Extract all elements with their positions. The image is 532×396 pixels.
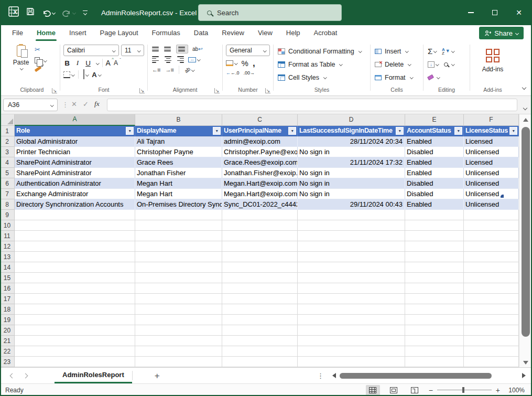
column-header-A[interactable]: A xyxy=(15,114,135,126)
cell[interactable] xyxy=(405,220,464,231)
decrease-indent-icon[interactable]: ←≡ xyxy=(152,67,160,73)
normal-view-button[interactable] xyxy=(366,385,380,395)
cell[interactable] xyxy=(298,304,405,315)
increase-decimal-button[interactable]: ←←.0 xyxy=(226,70,240,76)
cell[interactable]: No sign in xyxy=(298,168,405,178)
cell[interactable] xyxy=(222,357,298,367)
format-as-table-button[interactable]: Format as Table xyxy=(278,58,370,71)
undo-button[interactable] xyxy=(42,9,55,17)
cell[interactable] xyxy=(222,231,298,241)
column-header-D[interactable]: D xyxy=(298,114,405,126)
cell[interactable] xyxy=(464,325,519,336)
fill-color-button[interactable] xyxy=(82,70,89,79)
merge-center-button[interactable]: ↔ xyxy=(188,57,200,62)
tab-file[interactable]: File xyxy=(5,25,30,41)
bold-button[interactable]: B xyxy=(63,59,71,67)
zoom-in-button[interactable]: + xyxy=(496,386,500,394)
autosum-button[interactable]: Σ xyxy=(428,47,437,55)
cell[interactable]: Printer Technician xyxy=(15,147,135,157)
customize-quick-access-icon[interactable] xyxy=(83,10,88,15)
save-icon[interactable] xyxy=(26,7,35,18)
cell[interactable]: Enabled xyxy=(405,157,464,168)
cell[interactable]: Disabled xyxy=(405,178,464,189)
column-header-E[interactable]: E xyxy=(405,114,464,126)
zoom-level[interactable]: 100% xyxy=(507,387,525,394)
find-select-button[interactable] xyxy=(444,62,454,67)
cell[interactable] xyxy=(405,294,464,304)
copy-button[interactable] xyxy=(35,57,47,63)
cell[interactable] xyxy=(15,252,135,262)
select-all-corner[interactable] xyxy=(0,114,15,126)
cell[interactable] xyxy=(135,252,222,262)
row-header-5[interactable]: 5 xyxy=(0,168,15,178)
cell[interactable] xyxy=(464,210,519,220)
cell[interactable]: Grace Rees xyxy=(135,157,222,168)
cell[interactable] xyxy=(15,273,135,283)
number-dialog-launcher-icon[interactable]: ↘ xyxy=(265,88,270,93)
clear-button[interactable] xyxy=(428,76,440,79)
cancel-icon[interactable]: ✕ xyxy=(71,100,77,108)
underline-dropdown-icon[interactable] xyxy=(96,61,99,65)
cell[interactable]: Global Administrator xyxy=(15,136,135,147)
cell[interactable]: SharePoint Administrator xyxy=(15,168,135,178)
cell[interactable] xyxy=(15,325,135,336)
cell[interactable] xyxy=(298,262,405,273)
cell[interactable] xyxy=(464,231,519,241)
tab-acrobat[interactable]: Acrobat xyxy=(307,25,344,41)
cell[interactable] xyxy=(222,336,298,346)
cell[interactable]: 29/11/2024 00:43 xyxy=(298,199,405,210)
cell[interactable] xyxy=(135,325,222,336)
cell[interactable] xyxy=(135,283,222,294)
column-header-B[interactable]: B xyxy=(135,114,222,126)
cell[interactable] xyxy=(405,304,464,315)
cell[interactable] xyxy=(135,220,222,231)
cell[interactable]: Directory Synchronization Accounts xyxy=(15,199,135,210)
zoom-slider[interactable] xyxy=(437,390,492,390)
row-header-16[interactable]: 16 xyxy=(0,283,15,294)
grow-font-button[interactable]: A^ xyxy=(106,59,111,67)
cell[interactable]: Megan Hart xyxy=(135,189,222,199)
horizontal-scrollbar-thumb[interactable] xyxy=(340,373,492,379)
cell[interactable] xyxy=(464,220,519,231)
cell[interactable] xyxy=(298,241,405,252)
cell[interactable]: Megan.Hart@exoip.com xyxy=(222,189,298,199)
cell[interactable]: Licensed xyxy=(464,157,519,168)
cell[interactable] xyxy=(222,304,298,315)
increase-indent-icon[interactable]: →≡ xyxy=(165,67,173,73)
cell[interactable] xyxy=(298,336,405,346)
row-header-20[interactable]: 20 xyxy=(0,325,15,336)
column-header-F[interactable]: F xyxy=(464,114,519,126)
scroll-down-icon[interactable] xyxy=(523,361,528,365)
underline-button[interactable]: U xyxy=(84,59,92,67)
cell[interactable] xyxy=(464,346,519,357)
zoom-out-button[interactable]: − xyxy=(429,386,433,394)
cell[interactable] xyxy=(15,357,135,367)
accounting-format-button[interactable] xyxy=(226,60,237,66)
sort-filter-button[interactable]: AZ▼ xyxy=(442,48,454,55)
sheet-more-icon[interactable]: ⋮ xyxy=(317,372,324,380)
cell[interactable] xyxy=(135,231,222,241)
cell[interactable]: Enabled xyxy=(405,168,464,178)
borders-button[interactable] xyxy=(63,71,74,78)
cell[interactable] xyxy=(15,304,135,315)
search-box[interactable]: Search xyxy=(198,4,342,21)
excel-app-icon[interactable]: X xyxy=(8,6,19,19)
fill-button[interactable]: ↓ xyxy=(428,61,439,68)
row-header-13[interactable]: 13 xyxy=(0,252,15,262)
cell[interactable]: Unlicensed xyxy=(464,189,519,199)
cell[interactable] xyxy=(405,336,464,346)
cell[interactable] xyxy=(135,304,222,315)
cell[interactable] xyxy=(222,283,298,294)
cell[interactable]: 21/11/2024 17:32 xyxy=(298,157,405,168)
cell[interactable]: Authentication Administrator xyxy=(15,178,135,189)
filter-button[interactable]: ▾ xyxy=(454,127,462,135)
cell[interactable]: Unlicensed xyxy=(464,147,519,157)
collapse-ribbon-icon[interactable] xyxy=(523,82,526,91)
cell[interactable] xyxy=(15,210,135,220)
font-name-combo[interactable]: Calibri xyxy=(63,45,119,56)
cell[interactable] xyxy=(298,273,405,283)
filter-button[interactable]: ▾ xyxy=(126,127,134,135)
cell[interactable] xyxy=(135,241,222,252)
conditional-formatting-button[interactable]: Conditional Formatting xyxy=(278,45,370,58)
filter-button[interactable]: ▾ xyxy=(213,127,221,135)
